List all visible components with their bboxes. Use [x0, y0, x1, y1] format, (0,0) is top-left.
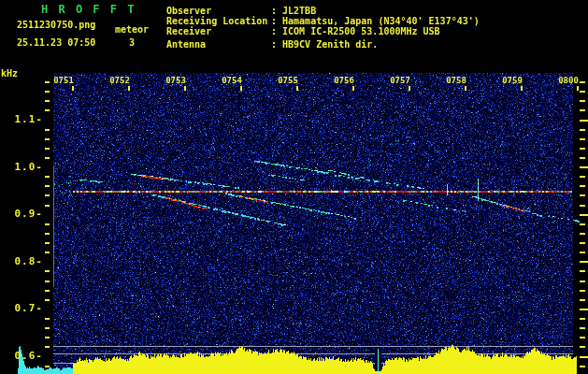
time-label-0755: 0755	[270, 77, 306, 85]
time-label-0752: 0752	[102, 77, 137, 85]
time-label-0753: 0753	[158, 77, 194, 85]
hrofft-screen: H R O F F T 2511230750.png meteor 25.11.…	[0, 0, 588, 374]
output-filename: 2511230750.png	[17, 21, 95, 30]
info-label-location: Receiving Location	[166, 17, 267, 26]
time-label-0800: 0800	[551, 77, 586, 85]
time-label-0757: 0757	[382, 77, 418, 85]
freq-label-1.1: 1.1-	[0, 114, 43, 124]
time-label-0759: 0759	[495, 77, 530, 85]
info-value-observer: : JL2TBB	[271, 7, 316, 16]
info-label-receiver: Receiver	[166, 27, 211, 36]
spectrogram-canvas	[0, 0, 588, 374]
freq-label-0.6: 0.6-	[0, 351, 43, 361]
time-label-0754: 0754	[214, 77, 250, 85]
time-label-0751: 0751	[46, 77, 81, 85]
app-title: H R O F F T	[41, 4, 136, 15]
info-value-location: : Hamamatsu, Japan (N34°40' E137°43')	[271, 17, 480, 26]
info-label-observer: Observer	[166, 7, 211, 16]
freq-label-0.9: 0.9-	[0, 209, 43, 219]
datetime-label: 25.11.23 07:50	[17, 38, 95, 48]
freq-label-0.7: 0.7-	[0, 303, 43, 313]
info-value-receiver: : ICOM IC-R2500 53.1000MHz USB	[271, 27, 440, 36]
info-label-antenna: Antenna	[166, 40, 206, 50]
mode-label: meteor	[115, 25, 149, 35]
time-label-0756: 0756	[326, 77, 362, 85]
freq-label-1.0: 1.0-	[0, 162, 43, 172]
echo-count: 3	[129, 38, 135, 48]
info-value-antenna: : HB9CV Zenith dir.	[271, 40, 378, 50]
time-label-0758: 0758	[438, 77, 474, 85]
y-axis-unit: kHz	[1, 69, 18, 79]
freq-label-0.8: 0.8-	[0, 256, 43, 266]
